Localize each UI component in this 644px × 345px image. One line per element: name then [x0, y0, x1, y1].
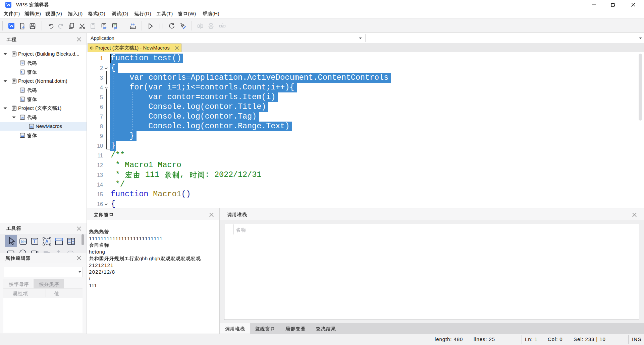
svg-text:btn: btn [21, 240, 25, 244]
